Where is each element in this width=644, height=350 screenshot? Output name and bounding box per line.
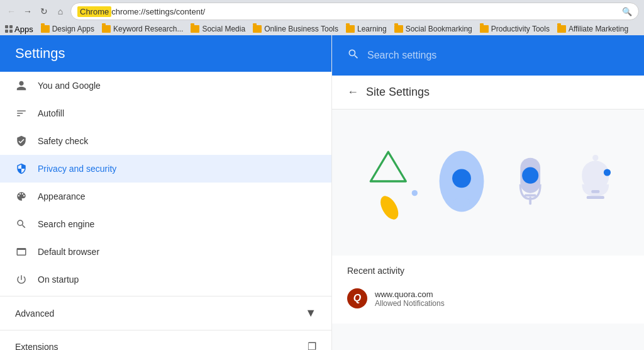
nav-item-autofill[interactable]: Autofill bbox=[0, 99, 331, 127]
palette-icon bbox=[15, 190, 28, 203]
nav-label-appearance: Appearance bbox=[38, 191, 86, 201]
shield-check-icon bbox=[15, 135, 28, 147]
nav-label-autofill: Autofill bbox=[38, 108, 64, 118]
browser-search-icon: 🔍 bbox=[622, 7, 632, 16]
svg-rect-9 bbox=[529, 196, 531, 205]
bookmark-apps[interactable]: Apps bbox=[5, 25, 33, 34]
nav-label-you-google: You and Google bbox=[38, 81, 101, 91]
apps-grid-icon bbox=[5, 25, 13, 33]
bookmark-affiliate[interactable]: Affiliate Marketing bbox=[557, 25, 628, 33]
folder-icon bbox=[41, 25, 50, 33]
nav-item-privacy-security[interactable]: Privacy and security bbox=[0, 155, 331, 183]
search-icon bbox=[15, 218, 28, 230]
nav-item-safety-check[interactable]: Safety check bbox=[0, 127, 331, 155]
recent-activity-title: Recent activity bbox=[347, 266, 629, 276]
svg-rect-8 bbox=[525, 195, 536, 197]
recent-activity-section: Recent activity Q www.quora.com Allowed … bbox=[332, 256, 644, 324]
url-path: chrome://settings/content/ bbox=[111, 7, 205, 16]
settings-content: Search settings ← Site Settings bbox=[332, 35, 644, 350]
nav-label-safety-check: Safety check bbox=[38, 136, 88, 146]
settings-sidebar: Settings You and Google Autofill Safety … bbox=[0, 35, 332, 350]
bookmark-social-bookmarking[interactable]: Social Bookmarking bbox=[394, 25, 472, 33]
nav-label-on-startup: On startup bbox=[38, 274, 79, 285]
nav-label-default-browser: Default browser bbox=[38, 247, 99, 257]
folder-icon bbox=[346, 25, 355, 33]
address-bar[interactable]: Chrome chrome://settings/content/ 🔍 bbox=[70, 3, 639, 20]
quora-icon: Q bbox=[347, 288, 367, 308]
bookmark-social-media[interactable]: Social Media bbox=[191, 25, 245, 33]
activity-item-quora[interactable]: Q www.quora.com Allowed Notifications bbox=[347, 283, 629, 313]
nav-item-appearance[interactable]: Appearance bbox=[0, 183, 331, 210]
url-chrome-label: Chrome bbox=[77, 6, 111, 17]
reload-button[interactable]: ↻ bbox=[38, 5, 50, 18]
site-settings-illustration bbox=[347, 125, 629, 238]
shield-lock-icon bbox=[15, 162, 28, 175]
browser-chrome: ← → ↻ ⌂ Chrome chrome://settings/content… bbox=[0, 0, 644, 35]
svg-point-12 bbox=[592, 155, 598, 161]
folder-icon bbox=[253, 25, 262, 33]
activity-description: Allowed Notifications bbox=[375, 299, 445, 308]
nav-divider-2 bbox=[0, 330, 331, 330]
extensions-row[interactable]: Extensions ❐ bbox=[0, 333, 331, 350]
browser-top-bar: ← → ↻ ⌂ Chrome chrome://settings/content… bbox=[0, 0, 644, 23]
illustration-area bbox=[332, 110, 644, 253]
folder-icon bbox=[102, 25, 111, 33]
settings-layout: Settings You and Google Autofill Safety … bbox=[0, 35, 644, 350]
folder-icon bbox=[480, 25, 489, 33]
external-link-icon: ❐ bbox=[308, 341, 316, 350]
power-icon bbox=[15, 273, 28, 286]
back-arrow-button[interactable]: ← bbox=[347, 86, 358, 99]
svg-marker-0 bbox=[370, 152, 406, 181]
bookmark-keyword-research[interactable]: Keyword Research... bbox=[102, 25, 183, 33]
svg-rect-11 bbox=[591, 190, 599, 193]
activity-url: www.quora.com bbox=[375, 290, 445, 299]
back-button[interactable]: ← bbox=[5, 5, 18, 18]
search-header: Search settings bbox=[332, 35, 644, 76]
site-settings-title: Site Settings bbox=[366, 86, 430, 99]
svg-point-13 bbox=[604, 169, 611, 176]
bookmark-learning[interactable]: Learning bbox=[346, 25, 387, 33]
svg-point-5 bbox=[453, 198, 470, 206]
settings-title: Settings bbox=[15, 45, 65, 61]
apps-label: Apps bbox=[14, 25, 33, 34]
folder-icon bbox=[191, 25, 199, 33]
svg-rect-14 bbox=[587, 196, 604, 199]
site-settings-bar: ← Site Settings bbox=[332, 76, 644, 110]
svg-point-4 bbox=[452, 169, 471, 188]
search-settings-placeholder[interactable]: Search settings bbox=[367, 50, 436, 61]
search-icon-white bbox=[347, 48, 360, 64]
advanced-label: Advanced bbox=[15, 308, 54, 319]
chevron-down-icon: ▼ bbox=[305, 307, 316, 320]
activity-details-quora: www.quora.com Allowed Notifications bbox=[375, 290, 445, 308]
nav-label-search-engine: Search engine bbox=[38, 219, 94, 229]
nav-item-on-startup[interactable]: On startup bbox=[0, 266, 331, 293]
browser-icon bbox=[15, 246, 28, 258]
nav-item-default-browser[interactable]: Default browser bbox=[0, 238, 331, 266]
svg-point-7 bbox=[522, 167, 538, 184]
folder-icon bbox=[557, 25, 566, 33]
advanced-section[interactable]: Advanced ▼ bbox=[0, 299, 331, 327]
svg-point-1 bbox=[412, 190, 418, 196]
nav-divider bbox=[0, 296, 331, 296]
autofill-icon bbox=[15, 107, 28, 120]
nav-item-search-engine[interactable]: Search engine bbox=[0, 210, 331, 238]
person-icon bbox=[15, 79, 28, 92]
address-url: Chrome chrome://settings/content/ bbox=[77, 6, 205, 17]
settings-header: Settings bbox=[0, 35, 331, 72]
home-button[interactable]: ⌂ bbox=[54, 5, 67, 18]
svg-point-2 bbox=[377, 193, 402, 223]
bookmark-design-apps[interactable]: Design Apps bbox=[41, 25, 94, 33]
nav-item-you-google[interactable]: You and Google bbox=[0, 72, 331, 99]
forward-button[interactable]: → bbox=[21, 5, 34, 18]
folder-icon bbox=[394, 25, 403, 33]
bookmark-productivity[interactable]: Productivity Tools bbox=[480, 25, 550, 33]
extensions-label: Extensions bbox=[15, 342, 58, 351]
bookmarks-bar: Apps Design Apps Keyword Research... Soc… bbox=[0, 23, 644, 35]
nav-label-privacy-security: Privacy and security bbox=[38, 164, 116, 174]
bookmark-online-business[interactable]: Online Business Tools bbox=[253, 25, 338, 33]
